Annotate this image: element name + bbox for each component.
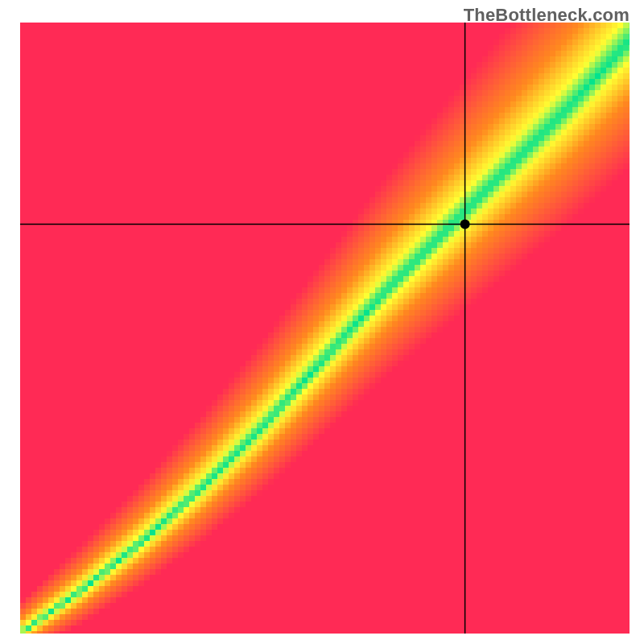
chart-container: TheBottleneck.com (0, 0, 644, 644)
bottleneck-heatmap (0, 0, 644, 644)
watermark-text: TheBottleneck.com (464, 5, 630, 26)
